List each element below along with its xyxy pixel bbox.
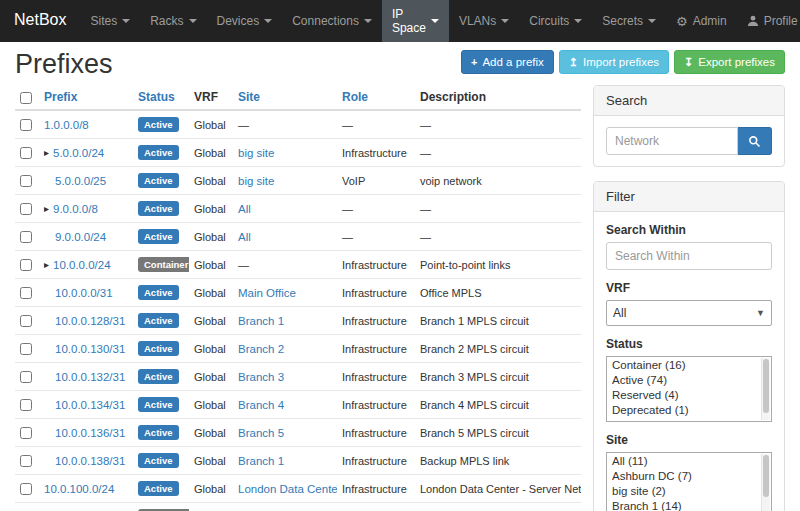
status-badge: Active bbox=[138, 397, 179, 412]
tree-expand-icon[interactable]: ▸ bbox=[44, 259, 49, 270]
option[interactable]: Container (16) bbox=[608, 358, 759, 373]
tree-expand-icon[interactable]: ▸ bbox=[44, 147, 49, 158]
prefix-link[interactable]: 5.0.0.0/24 bbox=[53, 147, 104, 159]
nav-item-profile[interactable]: Profile bbox=[737, 0, 800, 42]
site-cell: Branch 5 bbox=[233, 419, 337, 447]
prefix-link[interactable]: 10.0.100.0/24 bbox=[44, 483, 114, 495]
nav-item-connections[interactable]: Connections bbox=[282, 0, 382, 42]
site-link[interactable]: Main Office bbox=[238, 287, 296, 299]
brand[interactable]: NetBox bbox=[0, 0, 80, 42]
empty-value: — bbox=[420, 119, 431, 131]
site-link[interactable]: London Data Center bbox=[238, 483, 337, 495]
prefix-cell: 9.0.0.0/24 bbox=[39, 223, 133, 251]
scrollbar-thumb[interactable] bbox=[763, 359, 769, 413]
scrollbar-thumb[interactable] bbox=[763, 455, 769, 497]
scrollbar-track[interactable] bbox=[761, 454, 770, 511]
description-cell: Branch 1 MPLS circuit bbox=[415, 307, 581, 335]
option[interactable]: Branch 1 (14) bbox=[608, 499, 759, 511]
nav-item-circuits[interactable]: Circuits bbox=[519, 0, 592, 42]
nav-item-label: VLANs bbox=[459, 14, 496, 28]
site-listbox[interactable]: All (11)Ashburn DC (7)big site (2)Branch… bbox=[606, 452, 772, 511]
row-checkbox[interactable] bbox=[20, 119, 32, 131]
row-select-cell bbox=[15, 251, 39, 279]
select-all-checkbox[interactable] bbox=[20, 92, 32, 104]
description-value: Branch 5 MPLS circuit bbox=[420, 427, 529, 439]
row-checkbox[interactable] bbox=[20, 287, 32, 299]
chevron-down-icon bbox=[122, 19, 130, 23]
role-cell: Infrastructure bbox=[337, 139, 415, 167]
column-header-site[interactable]: Site bbox=[233, 85, 337, 110]
site-link[interactable]: Branch 3 bbox=[238, 371, 284, 383]
page-head: Prefixes +Add a prefix↥Import prefixes↧E… bbox=[0, 42, 800, 83]
status-cell: Active bbox=[133, 307, 189, 335]
option[interactable]: All (11) bbox=[608, 454, 759, 469]
nav-item-sites[interactable]: Sites bbox=[80, 0, 140, 42]
prefix-link[interactable]: 10.0.0.128/31 bbox=[55, 315, 125, 327]
row-checkbox[interactable] bbox=[20, 147, 32, 159]
row-checkbox[interactable] bbox=[20, 427, 32, 439]
row-checkbox[interactable] bbox=[20, 259, 32, 271]
column-header-status[interactable]: Status bbox=[133, 85, 189, 110]
prefix-cell: 10.0.0.132/31 bbox=[39, 363, 133, 391]
prefix-link[interactable]: 10.0.0.0/31 bbox=[55, 287, 113, 299]
status-listbox[interactable]: Container (16)Active (74)Reserved (4)Dep… bbox=[606, 356, 772, 422]
nav-item-secrets[interactable]: Secrets bbox=[592, 0, 666, 42]
site-link[interactable]: Branch 1 bbox=[238, 315, 284, 327]
vrf-cell: Global bbox=[189, 139, 233, 167]
vrf-select[interactable]: All ▼ bbox=[606, 300, 772, 326]
nav-item-admin[interactable]: ⚙Admin bbox=[666, 0, 737, 42]
prefix-link[interactable]: 10.0.0.136/31 bbox=[55, 427, 125, 439]
site-link[interactable]: big site bbox=[238, 175, 274, 187]
prefix-link[interactable]: 10.0.0.0/24 bbox=[53, 259, 111, 271]
description-cell: Branch 5 MPLS circuit bbox=[415, 419, 581, 447]
prefix-link[interactable]: 10.0.0.138/31 bbox=[55, 455, 125, 467]
column-header-role[interactable]: Role bbox=[337, 85, 415, 110]
import-prefixes-button[interactable]: ↥Import prefixes bbox=[559, 50, 669, 74]
prefix-link[interactable]: 10.0.0.134/31 bbox=[55, 399, 125, 411]
site-link[interactable]: Branch 5 bbox=[238, 427, 284, 439]
site-link[interactable]: big site bbox=[238, 147, 274, 159]
site-link[interactable]: Branch 4 bbox=[238, 399, 284, 411]
column-header-prefix[interactable]: Prefix bbox=[39, 85, 133, 110]
nav-item-devices[interactable]: Devices bbox=[207, 0, 283, 42]
tree-expand-icon[interactable]: ▸ bbox=[44, 203, 49, 214]
vrf-cell: Global bbox=[189, 223, 233, 251]
page-title: Prefixes bbox=[15, 47, 113, 81]
search-input[interactable] bbox=[606, 127, 738, 155]
toolbar: +Add a prefix↥Import prefixes↧Export pre… bbox=[461, 50, 785, 74]
site-link[interactable]: All bbox=[238, 231, 251, 243]
add-a-prefix-button[interactable]: +Add a prefix bbox=[461, 50, 554, 74]
row-checkbox[interactable] bbox=[20, 399, 32, 411]
prefix-link[interactable]: 5.0.0.0/25 bbox=[55, 175, 106, 187]
row-checkbox[interactable] bbox=[20, 203, 32, 215]
select-all-header bbox=[15, 85, 39, 110]
row-checkbox[interactable] bbox=[20, 175, 32, 187]
option[interactable]: Active (74) bbox=[608, 373, 759, 388]
option[interactable]: Reserved (4) bbox=[608, 388, 759, 403]
row-checkbox[interactable] bbox=[20, 371, 32, 383]
option[interactable]: Deprecated (1) bbox=[608, 403, 759, 418]
prefix-link[interactable]: 9.0.0.0/24 bbox=[55, 231, 106, 243]
option[interactable]: big site (2) bbox=[608, 484, 759, 499]
option[interactable]: Ashburn DC (7) bbox=[608, 469, 759, 484]
row-checkbox[interactable] bbox=[20, 483, 32, 495]
site-link[interactable]: Branch 2 bbox=[238, 343, 284, 355]
prefix-link[interactable]: 1.0.0.0/8 bbox=[44, 119, 89, 131]
prefix-link[interactable]: 9.0.0.0/8 bbox=[53, 203, 98, 215]
site-link[interactable]: All bbox=[238, 203, 251, 215]
search-button[interactable] bbox=[738, 127, 772, 155]
nav-item-vlans[interactable]: VLANs bbox=[449, 0, 519, 42]
search-within-input[interactable] bbox=[606, 242, 772, 270]
row-checkbox[interactable] bbox=[20, 231, 32, 243]
row-checkbox[interactable] bbox=[20, 343, 32, 355]
export-prefixes-button[interactable]: ↧Export prefixes bbox=[674, 50, 785, 74]
row-checkbox[interactable] bbox=[20, 315, 32, 327]
row-checkbox[interactable] bbox=[20, 455, 32, 467]
prefix-link[interactable]: 10.0.0.130/31 bbox=[55, 343, 125, 355]
site-link[interactable]: Branch 1 bbox=[238, 455, 284, 467]
nav-item-ip-space[interactable]: IP Space bbox=[382, 0, 449, 42]
nav-item-racks[interactable]: Racks bbox=[140, 0, 206, 42]
prefix-link[interactable]: 10.0.0.132/31 bbox=[55, 371, 125, 383]
scrollbar-track[interactable] bbox=[761, 358, 770, 420]
filter-panel: Filter Search Within VRF All ▼ Status Co… bbox=[593, 181, 785, 511]
